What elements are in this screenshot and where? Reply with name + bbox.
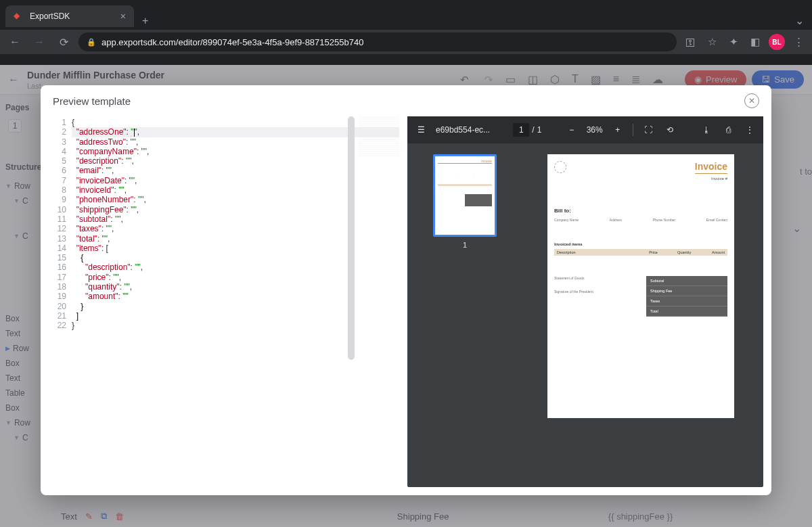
sidebar-toggle-icon[interactable]: ☰ xyxy=(414,125,428,135)
thumbnail-panel: Invoice ···· 1 xyxy=(407,143,522,487)
tabs-overflow-icon[interactable]: ⌄ xyxy=(787,14,812,27)
star-icon[interactable]: ☆ xyxy=(704,36,720,48)
minimap[interactable] xyxy=(359,116,399,157)
pdf-toolbar: ☰ e69bd554-ec... 1 / 1 − 36% + ⛶ ⟲ xyxy=(407,116,763,143)
page-thumbnail[interactable]: Invoice ···· xyxy=(433,154,497,237)
url-text: app.exportsdk.com/editor/899074ef-5e3a-4… xyxy=(102,37,363,47)
thumbnail-number: 1 xyxy=(463,241,467,249)
zoom-out-icon[interactable]: − xyxy=(565,125,579,135)
fit-page-icon[interactable]: ⛶ xyxy=(641,125,655,135)
tab-bar: ◆ ExportSDK × + ⌄ xyxy=(0,0,812,27)
line-gutter: 12345678910111213141516171819202122 xyxy=(41,118,72,487)
url-box[interactable]: 🔒 app.exportsdk.com/editor/899074ef-5e3a… xyxy=(78,32,677,51)
more-icon[interactable]: ⋮ xyxy=(743,125,757,135)
invoice-page: Invoice Invoice # Bill to: Company Name … xyxy=(547,154,734,418)
reload-button[interactable]: ⟳ xyxy=(54,36,73,49)
modal-overlay: Preview template ✕ 123456789101112131415… xyxy=(0,65,812,527)
browser-tab[interactable]: ◆ ExportSDK × xyxy=(5,5,134,27)
current-page[interactable]: 1 xyxy=(513,123,529,137)
lock-icon: 🔒 xyxy=(87,38,96,47)
modal-title: Preview template xyxy=(53,95,131,107)
pdf-viewer: ☰ e69bd554-ec... 1 / 1 − 36% + ⛶ ⟲ xyxy=(407,116,763,487)
modal-header: Preview template ✕ xyxy=(41,85,771,116)
forward-button[interactable]: → xyxy=(30,36,49,48)
items-table-header: Description Price Quantity Amount xyxy=(554,249,727,256)
signature-block: Statement of Goods Signature of the Pres… xyxy=(554,276,641,317)
pdf-filename: e69bd554-ec... xyxy=(436,125,490,135)
profile-avatar[interactable]: BL xyxy=(769,34,785,50)
tab-title: ExportSDK xyxy=(30,12,115,21)
preview-modal: Preview template ✕ 123456789101112131415… xyxy=(41,85,771,495)
invoiced-items-label: Invoiced items xyxy=(554,242,727,246)
new-tab-button[interactable]: + xyxy=(134,15,156,27)
modal-close-button[interactable]: ✕ xyxy=(744,93,759,108)
browser-chrome: ◆ ExportSDK × + ⌄ ← → ⟳ 🔒 app.exportsdk.… xyxy=(0,0,812,65)
site-icon: ◆ xyxy=(14,11,24,22)
billto-label: Bill to: xyxy=(554,208,727,214)
browser-menu-icon[interactable]: ⋮ xyxy=(790,36,807,48)
print-icon[interactable]: ⎙ xyxy=(721,125,735,135)
billto-columns: Company Name Address Phone Number Email … xyxy=(554,218,727,222)
zoom-level: 36% xyxy=(587,125,603,135)
invoice-logo-placeholder xyxy=(554,161,566,173)
totals-block: Subtotal Shipping Fee Taxes Total xyxy=(646,276,727,317)
download-icon[interactable]: ⭳ xyxy=(700,125,713,135)
address-bar: ← → ⟳ 🔒 app.exportsdk.com/editor/899074e… xyxy=(0,30,812,54)
page-indicator: 1 / 1 xyxy=(513,123,541,137)
zoom-in-icon[interactable]: + xyxy=(611,125,625,135)
total-pages: 1 xyxy=(537,125,542,135)
json-editor[interactable]: 12345678910111213141516171819202122 { "a… xyxy=(41,116,399,487)
key-icon[interactable]: ⚿ xyxy=(682,37,698,48)
close-tab-icon[interactable]: × xyxy=(120,11,126,22)
sidepanel-icon[interactable]: ◧ xyxy=(747,36,763,48)
back-button[interactable]: ← xyxy=(5,36,24,48)
invoice-title: Invoice xyxy=(695,161,727,172)
extensions-icon[interactable]: ✦ xyxy=(725,36,742,48)
scrollbar[interactable] xyxy=(348,116,355,487)
invoice-number-label: Invoice # xyxy=(695,177,727,181)
rotate-icon[interactable]: ⟲ xyxy=(663,125,677,135)
page-view[interactable]: Invoice Invoice # Bill to: Company Name … xyxy=(522,143,763,487)
